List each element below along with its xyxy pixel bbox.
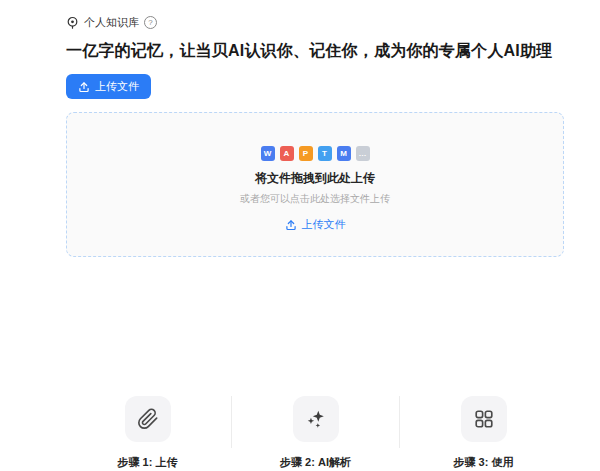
dropzone-upload-link-label: 上传文件	[302, 217, 346, 232]
knowledge-base-icon	[66, 16, 79, 29]
step-title: 步骤 2: AI解析	[280, 455, 351, 470]
step-icon-box	[461, 396, 507, 442]
kb-header: 个人知识库 ?	[66, 15, 600, 30]
md-file-icon: M	[337, 146, 351, 161]
word-file-icon: W	[261, 146, 275, 161]
sparkles-icon	[305, 408, 327, 430]
ppt-file-icon: P	[299, 146, 313, 161]
more-file-icon: …	[356, 146, 370, 161]
txt-file-icon: T	[318, 146, 332, 161]
kb-title: 个人知识库	[84, 15, 139, 30]
dropzone-sub-text: 或者您可以点击此处选择文件上传	[240, 192, 390, 206]
steps-section: 步骤 1: 上传 上传你的文件给AI 助理的知识库 步骤 2: AI解析 AI助…	[64, 396, 570, 471]
file-type-icons: W A P T M …	[261, 146, 370, 161]
step-icon-box	[293, 396, 339, 442]
step-use: 步骤 3: 使用 通过首页选择知识库或知识库页对AI助理提问	[400, 396, 567, 471]
upload-button-label: 上传文件	[95, 79, 139, 94]
paperclip-icon	[137, 408, 159, 430]
step-title: 步骤 1: 上传	[118, 455, 178, 470]
page-title: 一亿字的记忆，让当贝AI认识你、记住你，成为你的专属个人AI助理	[66, 41, 600, 62]
upload-icon	[78, 81, 90, 93]
step-ai-parse: 步骤 2: AI解析 AI助理会拆解、解析你的知识文件	[232, 396, 399, 471]
dropzone-upload-link[interactable]: 上传文件	[285, 217, 346, 232]
pdf-file-icon: A	[280, 146, 294, 161]
file-dropzone[interactable]: W A P T M … 将文件拖拽到此处上传 或者您可以点击此处选择文件上传 上…	[66, 112, 564, 257]
grid-icon	[473, 408, 495, 430]
dropzone-main-text: 将文件拖拽到此处上传	[255, 170, 375, 187]
help-icon[interactable]: ?	[144, 16, 157, 29]
upload-icon	[285, 219, 297, 231]
step-upload: 步骤 1: 上传 上传你的文件给AI 助理的知识库	[64, 396, 231, 471]
step-icon-box	[125, 396, 171, 442]
step-title: 步骤 3: 使用	[454, 455, 514, 470]
page: 个人知识库 ? 一亿字的记忆，让当贝AI认识你、记住你，成为你的专属个人AI助理…	[0, 0, 600, 471]
upload-file-button[interactable]: 上传文件	[66, 74, 151, 99]
